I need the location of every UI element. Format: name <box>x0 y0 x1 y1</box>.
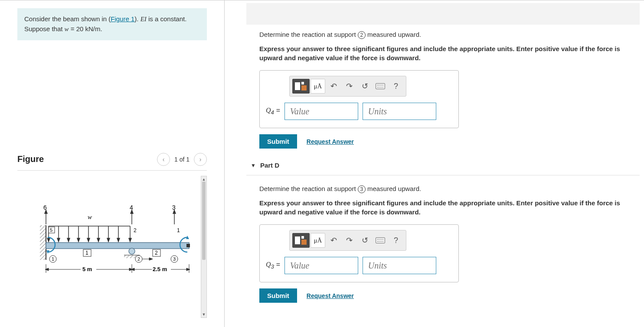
label-6: 6 <box>43 204 47 211</box>
part-d-answer-row: Q3 = <box>266 257 452 274</box>
svg-marker-12 <box>77 238 80 242</box>
part-c-header-bar <box>246 3 640 25</box>
svg-marker-18 <box>107 238 110 242</box>
part-d-request-link[interactable]: Request Answer <box>307 292 354 299</box>
w-eq: = 20 kN/m. <box>69 25 102 32</box>
undo-button[interactable]: ↶ <box>326 79 341 94</box>
figure-image: w 6 4 3 <box>17 176 201 318</box>
svg-point-23 <box>129 248 135 254</box>
help-button[interactable]: ? <box>389 79 403 94</box>
part-c-block: Determine the reaction at support 2 meas… <box>225 3 644 149</box>
q4-value-input[interactable] <box>284 103 358 120</box>
keyboard-button-d[interactable] <box>373 233 388 248</box>
svg-marker-51 <box>131 268 134 271</box>
label-4: 4 <box>130 204 133 211</box>
svg-marker-14 <box>87 238 90 242</box>
figure-title: Figure <box>17 154 44 164</box>
svg-marker-42 <box>149 258 153 260</box>
svg-marker-8 <box>57 238 60 242</box>
ei-text: EI <box>141 16 147 23</box>
svg-rect-55 <box>295 82 300 90</box>
part-c-answer-box: μÅ ↶ ↷ ↺ ? Q4 = <box>259 70 459 128</box>
support-num-3: 3 <box>358 185 366 193</box>
svg-rect-56 <box>301 82 304 84</box>
figure-nav: ‹ 1 of 1 › <box>157 153 207 166</box>
scroll-up-icon[interactable]: ▲ <box>202 177 206 181</box>
part-c-request-link[interactable]: Request Answer <box>307 138 354 145</box>
problem-text-pre: Consider the beam shown in ( <box>24 15 111 23</box>
part-c-submit-button[interactable]: Submit <box>259 134 297 149</box>
part-d-instruction: Express your answer to three significant… <box>259 198 644 217</box>
keyboard-button[interactable] <box>373 79 388 94</box>
svg-rect-57 <box>301 85 307 91</box>
svg-marker-52 <box>186 268 190 271</box>
svg-marker-16 <box>97 238 100 242</box>
template-button[interactable] <box>292 79 310 94</box>
figure-next-button[interactable]: › <box>194 153 207 166</box>
label-5: 5 <box>50 227 52 233</box>
figure-section: Figure ‹ 1 of 1 › <box>17 153 207 318</box>
label-span1: 1 <box>85 250 88 256</box>
part-c-submit-row: Submit Request Answer <box>259 134 644 149</box>
divider <box>246 175 640 175</box>
problem-text-mid: ). <box>134 15 140 23</box>
q4-units-input[interactable] <box>363 103 436 120</box>
undo-button-d[interactable]: ↶ <box>326 233 341 248</box>
svg-marker-6 <box>47 238 50 242</box>
redo-button-d[interactable]: ↷ <box>342 233 356 248</box>
redo-button[interactable]: ↷ <box>342 79 356 94</box>
template-button-d[interactable] <box>292 233 310 248</box>
svg-marker-10 <box>67 238 70 242</box>
svg-rect-36 <box>186 244 190 247</box>
svg-marker-20 <box>117 238 120 242</box>
svg-rect-60 <box>301 240 307 245</box>
part-d-header[interactable]: ▼ Part D <box>251 162 644 172</box>
part-d-toolbar: μÅ ↶ ↷ ↺ ? <box>289 230 406 251</box>
q3-label: Q3 = <box>266 261 280 270</box>
units-button[interactable]: μÅ <box>311 79 325 94</box>
figure-scrollbar[interactable]: ▲ ▼ <box>201 176 207 318</box>
keyboard-icon <box>376 83 385 89</box>
label-sup2: 2 <box>137 256 140 262</box>
figure-link[interactable]: Figure 1 <box>111 15 134 23</box>
label-sup3: 3 <box>173 256 176 262</box>
svg-marker-48 <box>45 268 49 271</box>
problem-statement: Consider the beam shown in (Figure 1). E… <box>17 8 207 40</box>
part-c-instruction: Express your answer to three significant… <box>259 44 644 62</box>
reset-button[interactable]: ↺ <box>357 79 372 94</box>
part-c-question: Determine the reaction at support 2 meas… <box>259 31 644 39</box>
scroll-track[interactable] <box>201 181 206 312</box>
part-d-title: Part D <box>260 162 279 169</box>
figure-header: Figure ‹ 1 of 1 › <box>17 153 207 171</box>
w-var: w <box>65 26 69 32</box>
q4-label: Q4 = <box>266 107 280 116</box>
svg-rect-58 <box>295 236 300 244</box>
scroll-thumb[interactable] <box>202 181 206 260</box>
label-3: 3 <box>172 204 176 211</box>
right-panel: Determine the reaction at support 2 meas… <box>225 0 644 327</box>
units-button-d[interactable]: μÅ <box>311 233 325 248</box>
part-d-submit-row: Submit Request Answer <box>259 288 644 303</box>
q3-value-input[interactable] <box>284 257 358 274</box>
reset-button-d[interactable]: ↺ <box>357 233 372 248</box>
label-span2: 2 <box>155 250 158 256</box>
part-d-block: ▼ Part D Determine the reaction at suppo… <box>225 162 644 303</box>
part-d-question: Determine the reaction at support 3 meas… <box>259 185 644 193</box>
left-panel: Consider the beam shown in (Figure 1). E… <box>0 0 225 327</box>
figure-counter: 1 of 1 <box>174 156 190 163</box>
svg-rect-1 <box>40 225 46 260</box>
part-d-submit-button[interactable]: Submit <box>259 288 297 303</box>
caret-down-icon: ▼ <box>251 162 256 168</box>
part-d-answer-box: μÅ ↶ ↷ ↺ ? Q3 = <box>259 224 459 282</box>
label-dim2: 2.5 m <box>153 266 167 272</box>
label-sup1: 1 <box>52 256 54 262</box>
label-w: w <box>88 214 92 220</box>
svg-rect-3 <box>46 243 189 249</box>
scroll-down-icon[interactable]: ▼ <box>202 312 206 317</box>
help-button-d[interactable]: ? <box>389 233 403 248</box>
q3-units-input[interactable] <box>363 257 436 274</box>
label-dim1: 5 m <box>82 266 92 272</box>
figure-body: w 6 4 3 <box>17 171 207 318</box>
support-num-2: 2 <box>358 31 366 39</box>
figure-prev-button[interactable]: ‹ <box>157 153 170 166</box>
